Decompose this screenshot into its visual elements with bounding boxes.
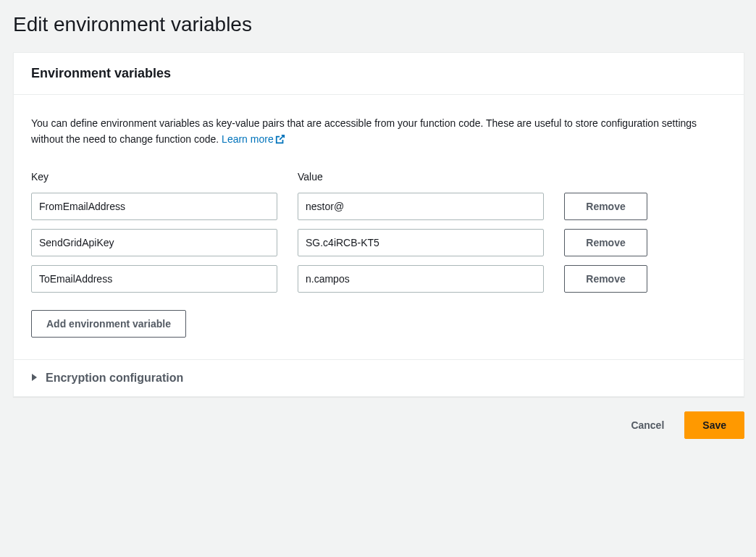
value-input[interactable]	[298, 265, 544, 293]
env-vars-grid: Key Value Remove Remove Remove	[31, 171, 726, 293]
remove-button[interactable]: Remove	[564, 229, 647, 256]
card-title: Environment variables	[31, 66, 726, 81]
page-title: Edit environment variables	[13, 13, 744, 36]
footer-actions: Cancel Save	[13, 411, 744, 439]
cancel-button[interactable]: Cancel	[619, 411, 676, 439]
key-input[interactable]	[31, 229, 277, 256]
value-column-header: Value	[298, 171, 544, 183]
card-header: Environment variables	[14, 53, 744, 95]
remove-button[interactable]: Remove	[564, 193, 647, 220]
external-link-icon	[275, 133, 285, 148]
encryption-config-title: Encryption configuration	[46, 372, 183, 385]
learn-more-link[interactable]: Learn more	[222, 133, 285, 145]
value-input[interactable]	[298, 193, 544, 220]
description-text: You can define environment variables as …	[31, 117, 697, 145]
remove-button[interactable]: Remove	[564, 265, 647, 293]
card-description: You can define environment variables as …	[31, 115, 726, 149]
env-vars-card: Environment variables You can define env…	[13, 52, 744, 397]
key-input[interactable]	[31, 193, 277, 220]
save-button[interactable]: Save	[684, 411, 744, 439]
encryption-config-section[interactable]: Encryption configuration	[14, 359, 744, 396]
value-input[interactable]	[298, 229, 544, 256]
triangle-right-icon	[31, 372, 38, 384]
card-body: You can define environment variables as …	[14, 95, 744, 359]
add-env-var-button[interactable]: Add environment variable	[31, 310, 186, 338]
key-input[interactable]	[31, 265, 277, 293]
key-column-header: Key	[31, 171, 277, 183]
